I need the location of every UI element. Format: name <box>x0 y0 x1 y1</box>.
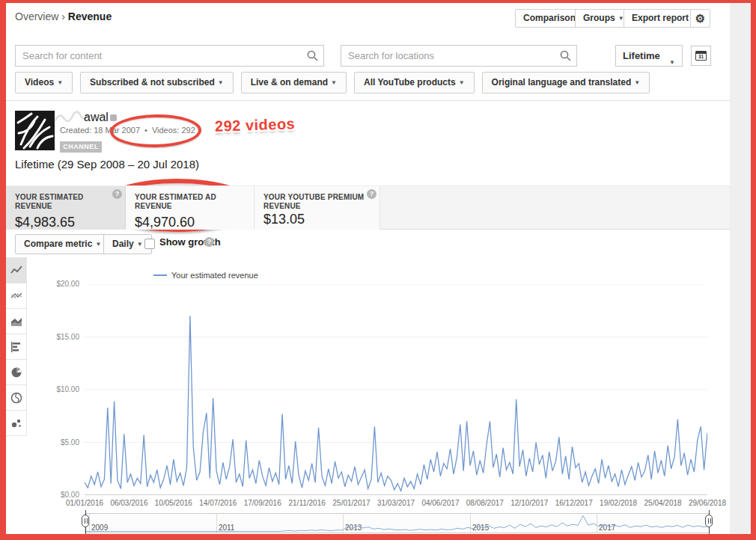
x-tick-label: 25/04/2018 <box>640 499 686 507</box>
x-tick-label: 21/11/2016 <box>284 499 330 507</box>
x-tick-label: 29/06/2018 <box>684 499 730 507</box>
metric-card-estimated-revenue[interactable]: YOUR ESTIMATED REVENUE $4,983.65 ? <box>6 186 126 230</box>
chart-type-line[interactable] <box>6 258 27 283</box>
search-content-input[interactable] <box>16 46 323 66</box>
channel-avatar[interactable] <box>15 111 55 150</box>
search-icon <box>307 50 318 61</box>
chart-type-map[interactable] <box>6 385 27 411</box>
x-tick-label: 10/05/2016 <box>150 499 197 507</box>
help-icon[interactable]: ? <box>112 189 122 199</box>
settings-button[interactable]: ⚙ <box>690 9 710 28</box>
y-tick-label: $15.00 <box>42 333 79 341</box>
filter-chip-4[interactable]: Original language and translated▼ <box>482 72 650 93</box>
chevron-down-icon: ▼ <box>137 241 143 248</box>
x-tick-label: 04/06/2017 <box>417 499 463 507</box>
breadcrumb-separator: › <box>61 10 65 22</box>
analytics-page: Overview › Revenue Comparison... Groups▼… <box>6 3 730 534</box>
period-title: Lifetime (29 Sep 2008 – 20 Jul 2018) <box>15 158 199 171</box>
chart-type-sidebar <box>6 257 27 436</box>
metric-value: $4,970.60 <box>135 215 246 230</box>
channel-verified-icon <box>110 114 117 121</box>
x-tick-label: 12/10/2017 <box>506 499 552 507</box>
chart-legend: Your estimated revenue <box>153 271 258 280</box>
page-gutter <box>730 3 751 534</box>
chart-type-bar[interactable] <box>6 334 27 360</box>
x-tick-label: 01/01/2016 <box>61 499 108 507</box>
revenue-chart[interactable] <box>85 284 707 495</box>
help-icon[interactable]: ? <box>204 237 214 247</box>
metric-card-estimated-ad-revenue[interactable]: YOUR ESTIMATED AD REVENUE $4,970.60 <box>126 186 254 230</box>
video-count-circle-annotation <box>110 114 202 148</box>
locations-search <box>341 45 577 67</box>
channel-name[interactable]: awal <box>84 111 109 124</box>
x-tick-label: 14/07/2016 <box>195 499 241 507</box>
y-tick-label: $5.00 <box>42 438 79 447</box>
x-tick-label: 19/02/2018 <box>595 499 641 507</box>
chart-type-bubble[interactable] <box>6 411 27 436</box>
legend-label: Your estimated revenue <box>171 271 258 280</box>
filter-chip-row: Videos▼Subscribed & not subscribed▼Live … <box>15 72 650 93</box>
x-tick-label: 06/03/2016 <box>106 499 152 507</box>
show-growth-checkbox[interactable] <box>144 239 155 249</box>
chevron-down-icon: ▼ <box>669 52 675 73</box>
videos-callout-annotation: 292 videos <box>215 115 296 135</box>
legend-line-swatch <box>153 274 167 276</box>
pie-chart-icon <box>10 366 22 378</box>
metric-value: $13.05 <box>263 212 372 227</box>
chevron-down-icon: ▼ <box>634 79 640 86</box>
scrubber-left-handle[interactable] <box>85 510 86 534</box>
content-search <box>15 45 324 67</box>
x-tick-label: 25/01/2017 <box>329 499 375 507</box>
bubble-chart-icon <box>10 417 22 429</box>
x-tick-label: 16/12/2017 <box>551 499 597 507</box>
y-tick-label: $0.00 <box>42 491 79 499</box>
scrubber-right-handle[interactable] <box>709 510 710 534</box>
calendar-icon: 31 <box>695 51 707 61</box>
chevron-down-icon: ▼ <box>95 241 101 248</box>
x-tick-label: 31/03/2017 <box>373 499 419 507</box>
metric-bar: YOUR ESTIMATED REVENUE $4,983.65 ? YOUR … <box>6 185 730 230</box>
compare-metric-button[interactable]: Compare metric▼ <box>15 234 110 254</box>
timeline-scrubber[interactable]: 20092011201320152017 <box>85 513 710 533</box>
gear-icon: ⚙ <box>695 12 705 25</box>
chart-type-pie[interactable] <box>6 360 27 385</box>
date-range-select[interactable]: Lifetime▼ <box>615 45 683 67</box>
filter-chip-2[interactable]: Live & on demand▼ <box>241 72 347 93</box>
filter-chip-1[interactable]: Subscribed & not subscribed▼ <box>80 72 234 93</box>
line-chart-icon <box>10 265 22 277</box>
scrubber-grip-icon <box>705 515 713 527</box>
stacked-area-chart-icon <box>10 316 22 328</box>
chevron-down-icon: ▼ <box>459 79 465 86</box>
metric-value: $4,983.65 <box>15 215 118 230</box>
chart-type-multiline[interactable] <box>6 283 27 309</box>
y-tick-label: $10.00 <box>42 385 79 393</box>
y-tick-label: $20.00 <box>42 280 79 288</box>
multiline-chart-icon <box>10 290 22 302</box>
timeline-sparkline <box>85 514 709 533</box>
chevron-down-icon: ▼ <box>218 79 224 86</box>
chevron-down-icon: ▼ <box>57 79 63 86</box>
chart-type-stacked-area[interactable] <box>6 309 27 334</box>
page-title: Revenue <box>68 10 112 22</box>
search-icon <box>560 50 571 61</box>
metric-card-premium-revenue[interactable]: YOUR YOUTUBE PREMIUM REVENUE $13.05 ? <box>254 186 380 230</box>
breadcrumb-overview[interactable]: Overview <box>15 10 58 22</box>
channel-badge: CHANNEL <box>60 141 102 153</box>
avatar-scribble <box>15 111 55 150</box>
scrubber-grip-icon <box>82 515 89 527</box>
filter-chip-0[interactable]: Videos▼ <box>15 72 73 93</box>
revenue-line-plot <box>85 284 707 495</box>
header-divider <box>6 100 730 101</box>
help-icon[interactable]: ? <box>367 189 377 199</box>
bar-chart-icon <box>10 341 22 353</box>
filter-chip-3[interactable]: All YouTube products▼ <box>354 72 475 93</box>
chevron-down-icon: ▼ <box>331 79 337 86</box>
breadcrumb: Overview › Revenue <box>15 10 112 22</box>
x-tick-label: 17/09/2016 <box>240 499 286 507</box>
map-chart-icon <box>10 392 22 404</box>
calendar-button[interactable]: 31 <box>691 46 711 66</box>
x-tick-label: 08/08/2017 <box>462 499 508 507</box>
search-locations-input[interactable] <box>341 46 576 66</box>
